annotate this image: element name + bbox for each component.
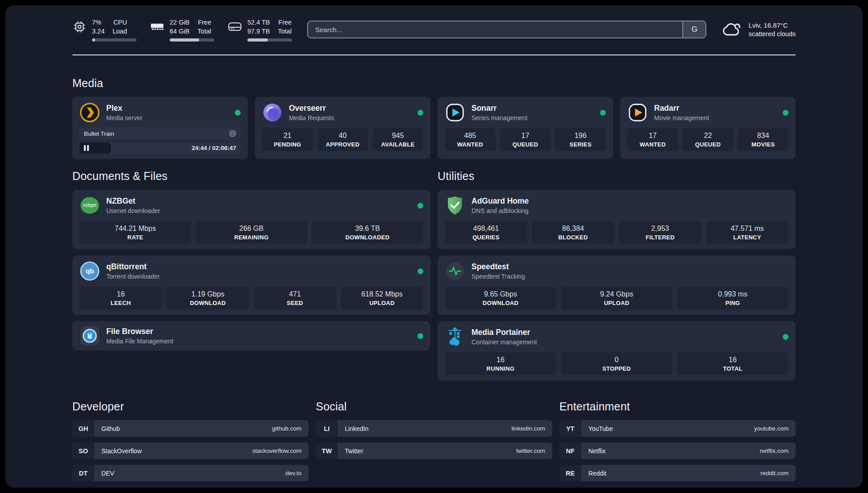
- bookmark-dev[interactable]: DT DEV dev.to: [72, 465, 309, 481]
- stat-tile-download: 1.19 Gbps DOWNLOAD: [167, 287, 249, 309]
- app-subtitle: Movie management: [654, 114, 709, 121]
- bookmark-name: YouTube: [588, 425, 613, 432]
- section-developer: Developer GH Github github.com SO StackO…: [72, 400, 309, 481]
- stat-label: AVAILABLE: [374, 141, 421, 148]
- stat-tile-movies: 834 MOVIES: [738, 128, 789, 151]
- app-card-portainer[interactable]: Media Portainer Container management 16 …: [438, 321, 796, 380]
- stat-value: 0: [563, 356, 671, 364]
- status-dot-online: [417, 268, 423, 274]
- bookmark-reddit[interactable]: RE Reddit reddit.com: [559, 465, 796, 481]
- app-card-radarr[interactable]: Radarr Movie management 17 WANTED 22 QUE…: [620, 97, 796, 159]
- overseerr-icon: [262, 102, 283, 123]
- header-divider: [72, 54, 796, 55]
- bookmark-linkedin[interactable]: LI LinkedIn linkedin.com: [316, 420, 552, 437]
- weather-condition: scattered clouds: [748, 30, 796, 38]
- bookmark-url: github.com: [272, 425, 301, 432]
- ram-label-2: Total: [197, 27, 211, 36]
- bookmark-github[interactable]: GH Github github.com: [72, 420, 309, 437]
- app-title: NZBGet: [106, 196, 160, 206]
- stat-label: LATENCY: [708, 234, 787, 241]
- playback-time: 24:44 / 02:06:47: [192, 145, 236, 151]
- cpu-load-value: 3.24: [92, 27, 104, 36]
- stat-label: RUNNING: [447, 365, 555, 372]
- app-card-overseerr[interactable]: Overseerr Media Requests 21 PENDING 40 A…: [255, 97, 430, 159]
- stat-value: 266 GB: [197, 225, 305, 233]
- app-subtitle: Media Requests: [289, 114, 334, 121]
- app-title: Radarr: [654, 104, 709, 113]
- now-playing-progress: 24:44 / 02:06:47: [79, 142, 241, 154]
- radarr-icon: [627, 102, 648, 123]
- transcode-settings-icon: [229, 130, 236, 137]
- cloud-icon: [722, 22, 742, 37]
- stat-label: FILTERED: [621, 234, 700, 241]
- cpu-progress-bar: [92, 38, 137, 42]
- weather-widget: Lviv, 16.87°C scattered clouds: [722, 21, 796, 38]
- stat-label: DOWNLOADED: [313, 234, 421, 241]
- stat-value: 17: [502, 132, 549, 140]
- stat-label: SERIES: [557, 141, 604, 148]
- app-card-nzbget[interactable]: nzbget NZBGet Usenet downloader 744.21 M…: [72, 190, 430, 249]
- stat-label: LEECH: [81, 300, 160, 306]
- stat-tile-total: 16 TOTAL: [677, 352, 789, 375]
- stat-label: DOWNLOAD: [168, 300, 247, 306]
- stat-value: 471: [255, 290, 334, 298]
- bookmark-youtube[interactable]: YT YouTube youtube.com: [559, 420, 796, 437]
- status-dot-online: [417, 203, 423, 209]
- disk-icon: [228, 20, 242, 34]
- search-input[interactable]: [308, 21, 682, 38]
- stat-tile-upload: 618.52 Mbps UPLOAD: [341, 287, 423, 309]
- section-title-media: Media: [72, 77, 796, 90]
- bookmark-abbr: LI: [316, 420, 338, 437]
- weather-text: Lviv, 16.87°C scattered clouds: [748, 21, 796, 38]
- svg-text:qb: qb: [86, 267, 94, 275]
- stat-value: 744.21 Mbps: [81, 225, 189, 233]
- app-card-plex[interactable]: Plex Media server Bullet Train: [72, 97, 248, 159]
- app-card-sonarr[interactable]: Sonarr Series management 485 WANTED 17 Q…: [438, 97, 613, 159]
- now-playing-title: Bullet Train: [79, 127, 241, 140]
- stat-value: 1.19 Gbps: [168, 290, 247, 298]
- ram-progress-bar: [170, 38, 214, 42]
- status-dot-online: [417, 110, 423, 116]
- section-entertainment: Entertainment YT YouTube youtube.com NF …: [559, 400, 796, 481]
- app-card-adguard[interactable]: AdGuard Home DNS and adblocking 498,461 …: [438, 190, 796, 249]
- bookmark-url: linkedin.com: [512, 425, 545, 432]
- section-title-utilities: Utilities: [438, 170, 796, 183]
- bookmark-name: Twitter: [345, 447, 363, 455]
- svg-text:nzbget: nzbget: [83, 203, 96, 208]
- app-subtitle: Usenet downloader: [106, 207, 160, 214]
- stat-value: 16: [679, 356, 787, 364]
- app-title: AdGuard Home: [472, 196, 529, 206]
- app-title: qBittorrent: [106, 262, 160, 272]
- stat-tile-queued: 17 QUEUED: [500, 128, 551, 151]
- bookmark-abbr: RE: [559, 465, 581, 481]
- speedtest-icon: [445, 261, 465, 281]
- bookmark-name: LinkedIn: [345, 425, 368, 432]
- app-subtitle: Series management: [472, 114, 527, 121]
- bookmark-name: Github: [101, 425, 120, 432]
- app-title: File Browser: [106, 327, 173, 336]
- stat-value: 22: [684, 132, 732, 140]
- stat-value: 16: [81, 290, 160, 298]
- status-dot-online: [600, 110, 606, 116]
- section-title-documents: Documents & Files: [72, 170, 430, 183]
- disk-label-2: Total: [278, 27, 292, 36]
- ram-label-1: Free: [198, 18, 211, 27]
- stat-label: DOWNLOAD: [447, 300, 555, 306]
- bookmark-stackoverflow[interactable]: SO StackOverflow stackoverflow.com: [72, 443, 309, 459]
- stat-label: STOPPED: [563, 365, 671, 372]
- stat-tile-leech: 16 LEECH: [79, 287, 162, 309]
- search-bar: G: [307, 21, 706, 38]
- stat-tile-available: 945 AVAILABLE: [372, 128, 423, 151]
- app-title: Overseerr: [289, 104, 334, 113]
- stat-value: 9.24 Gbps: [563, 290, 671, 298]
- cpu-stat: 7% 3.24 CPU Load: [72, 18, 137, 42]
- bookmark-twitter[interactable]: TW Twitter twitter.com: [316, 443, 552, 459]
- search-provider-button[interactable]: G: [682, 21, 705, 38]
- nzbget-icon: nzbget: [79, 195, 100, 216]
- stat-value: 618.52 Mbps: [342, 290, 421, 298]
- bookmark-netflix[interactable]: NF Netflix netflix.com: [559, 443, 796, 459]
- app-card-speedtest[interactable]: Speedtest Speedtest Tracking 9.65 Gbps D…: [438, 255, 796, 315]
- app-card-filebrowser[interactable]: File Browser Media File Management: [72, 321, 430, 351]
- stat-label: PENDING: [264, 141, 311, 148]
- app-card-qbittorrent[interactable]: qb qBittorrent Torrent downloader 16 LEE…: [72, 255, 430, 315]
